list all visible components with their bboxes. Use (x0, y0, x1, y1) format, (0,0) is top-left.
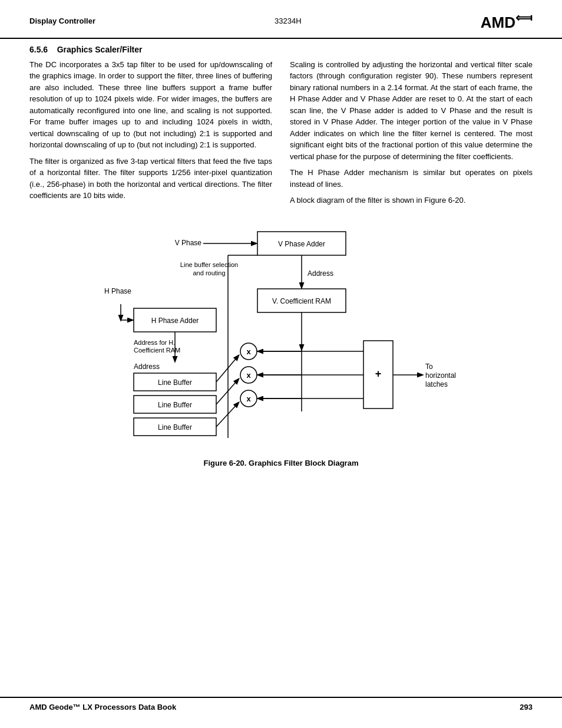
column-left: The DC incorporates a 3x5 tap filter to … (29, 59, 272, 211)
mult-x2: x (246, 371, 251, 380)
v-coeff-ram-label: V. Coefficient RAM (272, 297, 331, 305)
right-para-1: Scaling is controlled by adjusting the h… (290, 59, 533, 163)
figure-caption: Figure 6-20. Graphics Filter Block Diagr… (29, 459, 533, 467)
footer-right: 293 (520, 703, 533, 711)
v-phase-adder-label: V Phase Adder (278, 240, 325, 248)
mult-x1: x (246, 347, 251, 356)
coeff-ram-h-label: Coefficient RAM (134, 347, 180, 354)
column-right: Scaling is controlled by adjusting the h… (290, 59, 533, 211)
section-heading: 6.5.6 Graphics Scaler/Filter (29, 45, 533, 54)
two-column-layout: The DC incorporates a 3x5 tap filter to … (29, 59, 533, 211)
footer-left: AMD Geode™ LX Processors Data Book (29, 703, 176, 711)
horizontal-label: horizontal (425, 371, 456, 380)
header-center: 33234H (275, 17, 302, 25)
svg-line-14 (216, 403, 239, 427)
h-phase-adder-label: H Phase Adder (151, 317, 199, 325)
right-para-3: A block diagram of the filter is shown i… (290, 195, 533, 206)
header-left: Display Controller (29, 17, 95, 25)
latches-label: latches (425, 380, 448, 388)
h-phase-label: H Phase (104, 287, 131, 295)
addr-h-label: Address for H. (134, 339, 175, 346)
line-buffer-1-label: Line Buffer (158, 378, 192, 387)
amd-logo: AMD⟽ (481, 11, 533, 32)
left-para-1: The DC incorporates a 3x5 tap filter to … (29, 59, 272, 151)
svg-line-13 (216, 379, 239, 404)
page-footer: AMD Geode™ LX Processors Data Book 293 (0, 697, 562, 716)
line-buffer-selection-label: Line buffer selection (180, 261, 238, 268)
line-buffer-2-label: Line Buffer (158, 401, 192, 409)
address2-label: Address (134, 363, 160, 371)
diagram-container: V Phase Adder V Phase Address V. Coeffic… (75, 223, 487, 447)
page-header: Display Controller 33234H AMD⟽ (0, 0, 562, 39)
right-para-2: The H Phase Adder mechanism is similar b… (290, 167, 533, 190)
line-buffer-3-label: Line Buffer (158, 423, 192, 431)
page: Display Controller 33234H AMD⟽ 6.5.6 Gra… (0, 0, 562, 728)
section-title: Graphics Scaler/Filter (57, 45, 143, 54)
plus-label: + (375, 368, 382, 380)
block-diagram-svg: V Phase Adder V Phase Address V. Coeffic… (75, 223, 487, 447)
main-content: 6.5.6 Graphics Scaler/Filter The DC inco… (0, 39, 562, 479)
address-label: Address (308, 269, 333, 278)
left-para-2: The filter is organized as five 3-tap ve… (29, 156, 272, 202)
mult-x3: x (246, 394, 251, 403)
section-number: 6.5.6 (29, 45, 48, 54)
to-horizontal-label: To (425, 363, 433, 371)
svg-line-12 (216, 355, 239, 382)
v-phase-label: V Phase (175, 239, 202, 247)
and-routing-label: and routing (193, 269, 225, 276)
